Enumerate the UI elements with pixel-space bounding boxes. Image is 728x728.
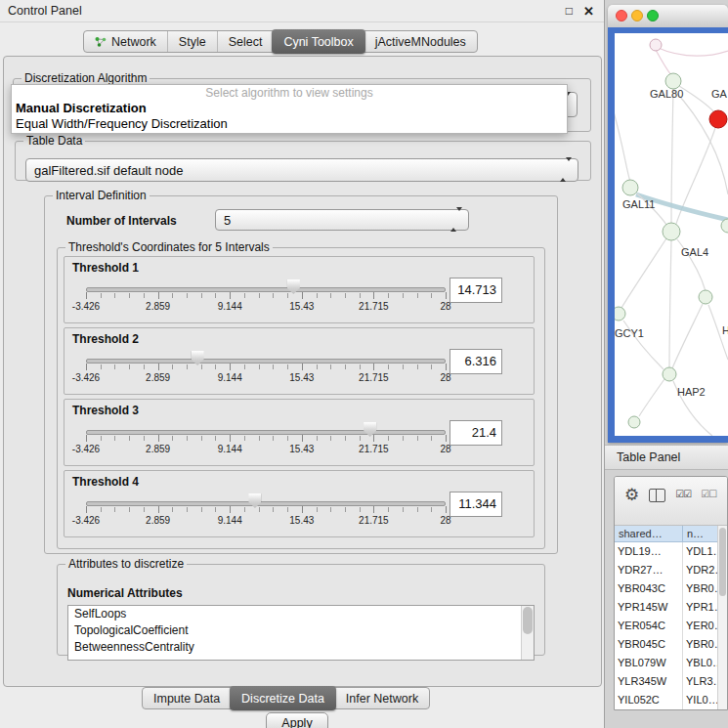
network-window-frame: GAL80GAGAL11GAL4GCY1HHAP2 [608, 27, 728, 443]
network-node[interactable] [665, 73, 681, 89]
zoom-traffic-light-icon[interactable] [647, 10, 659, 21]
slider-major-tick [373, 364, 374, 370]
scale-label: 21.715 [359, 515, 389, 526]
threshold-slider[interactable] [86, 422, 446, 443]
network-window-titlebar [608, 5, 728, 28]
attribute-item[interactable]: TopologicalCoefficient [68, 622, 534, 639]
threshold-slider[interactable] [86, 351, 446, 371]
network-node[interactable] [699, 290, 712, 304]
minimize-traffic-light-icon[interactable] [631, 10, 643, 21]
gear-icon[interactable]: ⚙ [624, 487, 639, 503]
network-node[interactable] [663, 223, 680, 240]
top-tab-style[interactable]: Style [167, 31, 217, 52]
bottom-tab-infer-network[interactable]: Infer Network [335, 688, 429, 708]
threshold-panel: Threshold 4-3.4262.8599.14415.4321.71528… [64, 470, 535, 537]
slider-ticks [86, 507, 447, 512]
network-node[interactable] [615, 307, 625, 321]
tab-label: Impute Data [153, 692, 220, 706]
slider-scale: -3.4262.8599.14415.4321.71528 [86, 444, 446, 455]
network-canvas[interactable]: GAL80GAGAL11GAL4GCY1HHAP2 [615, 33, 728, 436]
table-row[interactable]: YDL19…YDL1… [615, 542, 718, 561]
scale-label: 2.859 [146, 444, 170, 454]
column-header[interactable]: n… [683, 526, 718, 542]
slider-major-tick [373, 292, 374, 299]
top-tab-select[interactable]: Select [217, 31, 274, 52]
num-intervals-select[interactable]: 5 [215, 209, 469, 231]
table-row[interactable]: YBR045CYBR0… [615, 635, 718, 654]
cell-shared-name: YBR045C [615, 635, 683, 654]
table-row[interactable]: YBR043CYBR0… [615, 579, 718, 598]
cell-name: YBR0… [683, 635, 718, 654]
cell-shared-name: YBR043C [615, 579, 683, 598]
table-scrollbar[interactable] [717, 526, 727, 709]
top-tab-cyni-toolbox[interactable]: Cyni Toolbox [272, 29, 364, 54]
apply-button[interactable]: Apply [266, 712, 328, 728]
table-data-title: Table Data [23, 134, 85, 148]
table-row[interactable]: YPR145WYPR1… [615, 598, 718, 617]
dropdown-option-manual[interactable]: Manual Discretization [12, 101, 567, 116]
bottom-tab-impute-data[interactable]: Impute Data [143, 688, 231, 708]
slider-major-tick [230, 364, 231, 370]
algorithm-dropdown: Select algorithm to view settings Manual… [11, 84, 568, 134]
slider-major-tick [302, 292, 303, 299]
node-label: GAL4 [681, 246, 708, 258]
close-traffic-light-icon[interactable] [616, 10, 627, 21]
table-panel-header: Table Panel [605, 445, 728, 470]
minimize-icon[interactable]: □ [566, 4, 573, 18]
tab-label: Infer Network [346, 692, 418, 706]
bottom-tab-discretize-data[interactable]: Discretize Data [230, 686, 336, 710]
slider-major-tick [373, 506, 374, 513]
attribute-items: SelfLoopsTopologicalCoefficientBetweenne… [68, 606, 534, 656]
network-node[interactable] [663, 367, 676, 381]
select-all-icon[interactable]: ☑☑ [675, 487, 691, 502]
slider-major-tick [86, 364, 87, 370]
slider-major-tick [446, 506, 447, 513]
scale-label: 9.144 [218, 444, 242, 454]
combo-arrows-icon [450, 211, 462, 229]
window-titlebar: Control Panel □ ✕ [0, 0, 604, 22]
threshold-slider[interactable] [86, 493, 446, 514]
scale-label: 9.144 [218, 515, 242, 526]
cell-name: YBR0… [683, 579, 718, 598]
table-header-row: shared…n… [615, 526, 718, 542]
top-tab-network[interactable]: Network [84, 31, 167, 52]
table-row[interactable]: YLR345WYLR3… [615, 672, 718, 691]
threshold-value[interactable]: 11.344 [450, 492, 502, 517]
table-data-select[interactable]: galFiltered.sif default node [25, 158, 578, 182]
node-label: HAP2 [677, 386, 706, 398]
threshold-label: Threshold 3 [72, 404, 139, 417]
tab-label: Cyni Toolbox [283, 35, 353, 49]
table-scrollbar-thumb[interactable] [719, 528, 726, 596]
top-tab-jactivemnodules[interactable]: jActiveMNodules [364, 31, 477, 52]
table-data-value: galFiltered.sif default node [34, 163, 183, 178]
column-header[interactable]: shared… [615, 526, 683, 542]
list-scrollbar-thumb[interactable] [523, 607, 533, 634]
slider-ticks [86, 364, 447, 369]
threshold-value[interactable]: 6.316 [450, 349, 502, 374]
attribute-item[interactable]: SelfLoops [68, 606, 534, 622]
attribute-item[interactable]: BetweennessCentrality [68, 639, 534, 656]
dropdown-option-equal-width[interactable]: Equal Width/Frequency Discretization [12, 116, 567, 132]
tab-label: Network [111, 35, 156, 49]
cell-name: YIL0… [683, 691, 718, 709]
threshold-panel: Threshold 1-3.4262.8599.14415.4321.71528… [64, 256, 535, 323]
table-row[interactable]: YBL079WYBL0… [615, 654, 718, 672]
cell-name: YBL0… [683, 654, 718, 672]
table-row[interactable]: YIL052CYIL0… [615, 691, 718, 709]
table-row[interactable]: YER054CYER0… [615, 617, 718, 635]
threshold-value[interactable]: 21.4 [450, 420, 502, 446]
attributes-group-title: Attributes to discretize [65, 557, 187, 571]
list-scrollbar[interactable] [521, 606, 534, 660]
network-node[interactable] [622, 180, 638, 195]
threshold-value[interactable]: 14.713 [450, 278, 502, 303]
close-icon[interactable]: ✕ [583, 4, 594, 19]
num-intervals-value: 5 [224, 213, 231, 228]
cell-name: YDL1… [683, 542, 718, 561]
columns-icon[interactable] [649, 489, 665, 502]
table-row[interactable]: YDR27…YDR2… [615, 561, 718, 579]
network-node[interactable] [628, 416, 640, 428]
network-node[interactable] [709, 110, 727, 128]
network-node[interactable] [650, 39, 662, 51]
select-none-icon[interactable]: ☑☐ [701, 487, 716, 502]
threshold-slider[interactable] [86, 279, 446, 300]
